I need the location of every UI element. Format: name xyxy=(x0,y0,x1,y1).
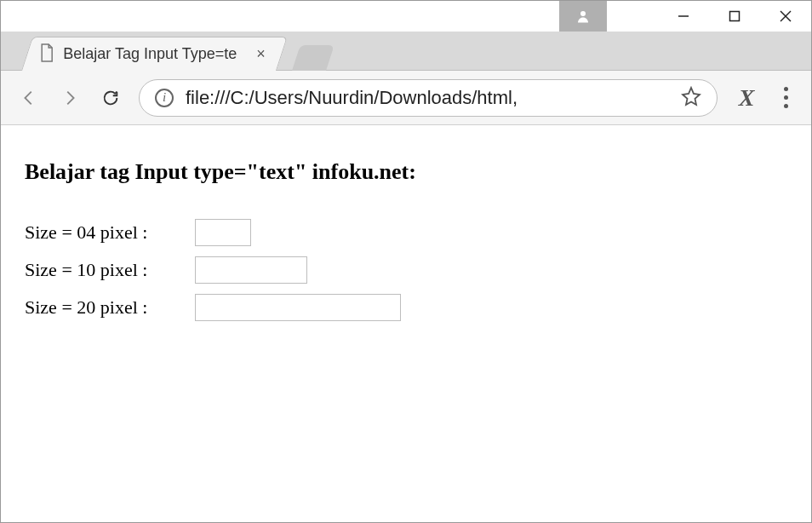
browser-window: Belajar Tag Input Type=te × i file:///C:… xyxy=(0,0,812,523)
window-titlebar xyxy=(1,1,811,32)
field-label: Size = 10 pixel : xyxy=(25,259,195,281)
bookmark-button[interactable] xyxy=(681,86,701,110)
menu-button[interactable] xyxy=(775,84,796,112)
arrow-left-icon xyxy=(20,89,38,107)
form-row: Size = 10 pixel : xyxy=(25,256,787,284)
star-icon xyxy=(681,86,701,106)
dot-icon xyxy=(784,87,788,91)
forward-button[interactable] xyxy=(57,85,83,111)
maximize-icon xyxy=(729,10,741,22)
tab-close-button[interactable]: × xyxy=(254,45,270,63)
reload-icon xyxy=(101,89,120,107)
close-window-button[interactable] xyxy=(760,1,811,32)
field-label: Size = 04 pixel : xyxy=(25,221,195,244)
dot-icon xyxy=(784,104,788,108)
window-controls xyxy=(658,1,811,32)
person-icon xyxy=(575,9,591,24)
arrow-right-icon xyxy=(60,89,79,107)
text-input-size-10[interactable] xyxy=(195,256,307,284)
page-heading: Belajar tag Input type="text" infoku.net… xyxy=(25,159,787,185)
browser-tab[interactable]: Belajar Tag Input Type=te × xyxy=(21,37,288,71)
maximize-button[interactable] xyxy=(709,1,760,32)
address-bar[interactable]: i file:///C:/Users/Nuurdin/Downloads/htm… xyxy=(139,79,718,117)
browser-toolbar: i file:///C:/Users/Nuurdin/Downloads/htm… xyxy=(1,71,811,125)
text-input-size-20[interactable] xyxy=(195,294,401,321)
document-icon xyxy=(39,43,54,62)
form-row: Size = 04 pixel : xyxy=(25,219,787,246)
tab-title: Belajar Tag Input Type=te xyxy=(63,45,237,63)
svg-rect-2 xyxy=(730,12,740,21)
close-icon xyxy=(780,10,792,22)
extension-button[interactable]: X xyxy=(733,84,760,112)
svg-point-0 xyxy=(580,11,586,16)
dot-icon xyxy=(784,95,788,100)
page-content: Belajar tag Input type="text" infoku.net… xyxy=(1,125,811,522)
field-label: Size = 20 pixel : xyxy=(25,296,195,319)
minimize-icon xyxy=(678,10,689,22)
back-button[interactable] xyxy=(16,85,42,111)
form-row: Size = 20 pixel : xyxy=(25,294,787,321)
reload-button[interactable] xyxy=(98,85,123,111)
text-input-size-4[interactable] xyxy=(195,219,251,246)
url-text: file:///C:/Users/Nuurdin/Downloads/html, xyxy=(186,87,669,109)
page-favicon xyxy=(39,43,54,66)
new-tab-button[interactable] xyxy=(292,45,335,71)
tab-strip: Belajar Tag Input Type=te × xyxy=(1,32,811,71)
minimize-button[interactable] xyxy=(658,1,709,32)
site-info-icon[interactable]: i xyxy=(155,89,174,107)
user-profile-button[interactable] xyxy=(559,1,607,32)
